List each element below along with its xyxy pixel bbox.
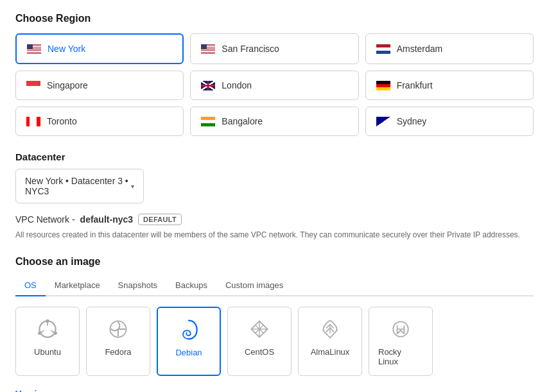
region-london[interactable]: London [190, 71, 358, 100]
region-toronto-label: Toronto [47, 116, 77, 126]
svg-line-6 [51, 330, 54, 332]
tab-marketplace[interactable]: Marketplace [46, 275, 109, 296]
ubuntu-label: Ubuntu [34, 347, 61, 357]
region-amsterdam[interactable]: Amsterdam [365, 33, 534, 64]
os-centos[interactable]: CentOS [227, 307, 292, 376]
datacenter-title: Datacenter [15, 151, 534, 162]
centos-label: CentOS [245, 347, 274, 357]
rocky-icon [388, 316, 414, 342]
choose-image-title: Choose an image [15, 256, 534, 268]
choose-region-title: Choose Region [15, 13, 534, 24]
flag-us-icon [27, 44, 41, 54]
tab-custom[interactable]: Custom images [216, 275, 292, 296]
tab-os[interactable]: OS [15, 275, 46, 296]
ubuntu-icon [35, 316, 60, 342]
flag-sg-icon [26, 81, 40, 90]
vpc-prefix: VPC Network - [15, 214, 75, 225]
chevron-down-icon: ▾ [131, 183, 134, 190]
flag-au-icon [376, 117, 390, 126]
region-san-francisco[interactable]: San Francisco [190, 33, 358, 64]
rocky-label: Rocky Linux [378, 347, 423, 366]
region-singapore[interactable]: Singapore [15, 71, 184, 100]
os-grid: Ubuntu Fedora Debian [15, 307, 534, 376]
os-fedora[interactable]: Fedora [86, 307, 150, 376]
datacenter-section: Datacenter New York • Datacenter 3 • NYC… [15, 151, 534, 203]
region-london-label: London [222, 80, 252, 90]
region-amsterdam-label: Amsterdam [397, 44, 443, 54]
region-frankfurt-label: Frankfurt [397, 80, 433, 90]
almalinux-icon [317, 316, 343, 342]
tab-snapshots[interactable]: Snapshots [109, 275, 166, 296]
flag-nl-icon [376, 44, 390, 54]
os-rocky[interactable]: Rocky Linux [369, 307, 433, 376]
region-new-york[interactable]: New York [15, 33, 184, 64]
centos-icon [247, 316, 272, 342]
flag-in-icon [201, 117, 215, 126]
flag-uk-icon [201, 81, 215, 90]
region-san-francisco-label: San Francisco [222, 44, 279, 54]
region-frankfurt[interactable]: Frankfurt [365, 71, 534, 100]
region-bangalore[interactable]: Bangalore [190, 107, 358, 136]
region-bangalore-label: Bangalore [222, 116, 263, 126]
debian-label: Debian [175, 348, 202, 357]
datacenter-value: New York • Datacenter 3 • NYC3 [25, 176, 131, 196]
region-sydney[interactable]: Sydney [365, 107, 534, 136]
datacenter-dropdown[interactable]: New York • Datacenter 3 • NYC3 ▾ [15, 169, 144, 203]
region-toronto[interactable]: Toronto [15, 107, 184, 136]
region-new-york-label: New York [48, 44, 85, 54]
tab-backups[interactable]: Backups [166, 275, 216, 296]
svg-point-1 [46, 320, 49, 323]
version-section: Version 12 x64 ▾ [15, 389, 534, 392]
vpc-description: All resources created in this datacenter… [15, 229, 534, 241]
debian-icon [176, 317, 202, 343]
almalinux-label: AlmaLinux [311, 347, 350, 357]
vpc-default-badge: DEFAULT [138, 214, 182, 225]
flag-de-icon [376, 81, 390, 90]
version-title: Version [15, 389, 534, 392]
region-sydney-label: Sydney [397, 116, 427, 126]
image-tabs: OS Marketplace Snapshots Backups Custom … [15, 275, 534, 296]
flag-us-icon [201, 44, 215, 54]
os-almalinux[interactable]: AlmaLinux [298, 307, 362, 376]
vpc-name: default-nyc3 [80, 214, 133, 225]
region-singapore-label: Singapore [47, 80, 88, 90]
os-debian[interactable]: Debian [157, 307, 221, 376]
fedora-icon [105, 316, 131, 342]
vpc-line: VPC Network - default-nyc3 DEFAULT [15, 214, 534, 225]
flag-ca-icon [26, 117, 40, 126]
os-ubuntu[interactable]: Ubuntu [15, 307, 80, 376]
svg-line-5 [41, 330, 44, 332]
vpc-section: VPC Network - default-nyc3 DEFAULT All r… [15, 214, 534, 241]
fedora-label: Fedora [105, 347, 131, 357]
region-grid: New York San Francisco Amsterdam Singapo… [15, 33, 534, 136]
